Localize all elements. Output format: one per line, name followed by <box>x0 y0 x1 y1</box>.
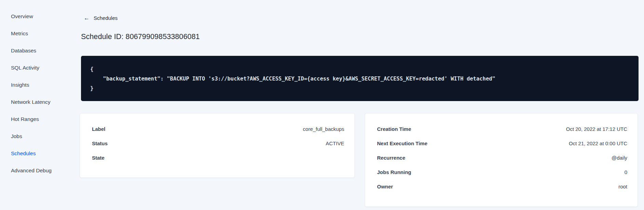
row-label: State <box>92 155 105 161</box>
schedule-status-rows: Labelcore_full_backupsStatusACTIVEState <box>92 122 344 165</box>
sidebar-item-insights[interactable]: Insights <box>0 76 72 94</box>
schedule-definition-code-block: { "backup_statement": "BACKUP INTO 's3:/… <box>81 56 639 101</box>
sidebar-item-metrics[interactable]: Metrics <box>0 25 72 42</box>
row-label: Label <box>92 126 105 132</box>
detail-row: Next Execution TimeOct 21, 2022 at 0:00 … <box>377 136 627 150</box>
schedule-meta-rows: Creation TimeOct 20, 2022 at 17:12 UTCNe… <box>377 122 627 194</box>
row-label: Creation Time <box>377 126 411 132</box>
sidebar-item-jobs[interactable]: Jobs <box>0 128 72 145</box>
detail-row: Recurrence@daily <box>377 150 627 165</box>
sidebar-nav: OverviewMetricsDatabasesSQL ActivityInsi… <box>0 8 72 179</box>
row-label: Next Execution Time <box>377 140 427 146</box>
detail-row: Labelcore_full_backups <box>92 122 344 136</box>
row-value: Oct 20, 2022 at 17:12 UTC <box>566 126 627 132</box>
schedule-meta-card: Creation TimeOct 20, 2022 at 17:12 UTCNe… <box>365 113 638 207</box>
row-label: Recurrence <box>377 155 405 161</box>
detail-row: StatusACTIVE <box>92 136 344 150</box>
back-link-schedules[interactable]: ← Schedules <box>84 15 118 21</box>
sidebar-item-network-latency[interactable]: Network Latency <box>0 94 72 111</box>
sidebar-item-advanced-debug[interactable]: Advanced Debug <box>0 162 72 179</box>
sidebar-item-hot-ranges[interactable]: Hot Ranges <box>0 111 72 128</box>
row-value: @daily <box>612 155 627 161</box>
schedule-definition-code: { "backup_statement": "BACKUP INTO 's3:/… <box>90 64 632 93</box>
detail-row: Ownerroot <box>377 179 627 194</box>
detail-row: State <box>92 150 344 165</box>
row-label: Owner <box>377 184 393 189</box>
row-value: Oct 21, 2022 at 0:00 UTC <box>569 140 627 146</box>
row-value: core_full_backups <box>303 126 344 132</box>
back-arrow-icon: ← <box>84 15 90 21</box>
row-value: ACTIVE <box>326 140 344 146</box>
row-value: root <box>618 184 627 189</box>
sidebar-item-sql-activity[interactable]: SQL Activity <box>0 59 72 76</box>
schedule-status-card: Labelcore_full_backupsStatusACTIVEState <box>80 113 355 178</box>
detail-row: Creation TimeOct 20, 2022 at 17:12 UTC <box>377 122 627 136</box>
schedule-details-page: { "colors":{ "background":"#f3f6fa", "te… <box>0 0 644 210</box>
row-value: 0 <box>625 169 627 175</box>
back-link-label: Schedules <box>94 15 118 21</box>
sidebar-item-databases[interactable]: Databases <box>0 42 72 59</box>
detail-row: Jobs Running0 <box>377 165 627 179</box>
page-title: Schedule ID: 806799098533806081 <box>81 33 200 41</box>
sidebar-item-overview[interactable]: Overview <box>0 8 72 25</box>
row-label: Jobs Running <box>377 169 411 175</box>
sidebar-item-schedules[interactable]: Schedules <box>0 145 72 162</box>
row-label: Status <box>92 140 108 146</box>
